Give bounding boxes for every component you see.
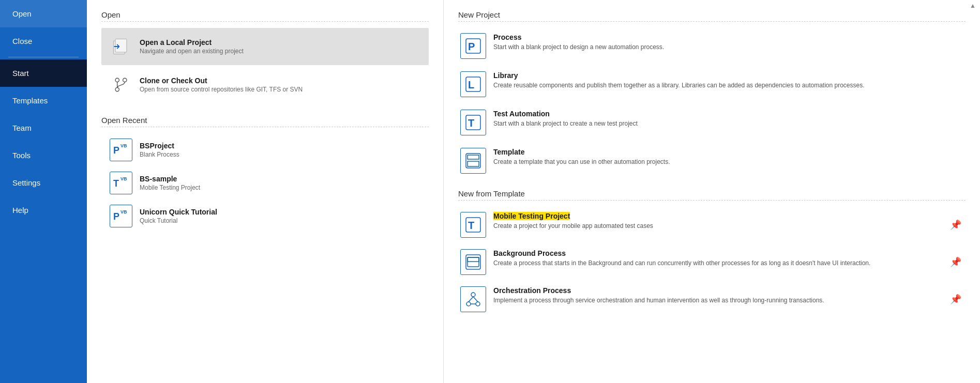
sidebar-item-settings[interactable]: Settings [0,169,87,196]
mobile-template-highlight: Mobile Testing Project [493,212,570,220]
process-desc: Start with a blank project to design a n… [493,43,664,52]
svg-text:VB: VB [120,143,127,148]
template-text: Template Create a template that you can … [493,148,670,166]
recent-item-unicorn[interactable]: P VB Unicorn Quick Tutorial Quick Tutori… [101,200,429,233]
sidebar-item-start[interactable]: Start [0,59,87,87]
process-text: Process Start with a blank project to de… [493,33,664,52]
test-automation-title: Test Automation [493,110,638,118]
sidebar-item-team[interactable]: Team [0,114,87,142]
template-item-background[interactable]: Background Process Create a process that… [458,244,966,280]
unicorn-text: Unicorn Quick Tutorial Quick Tutorial [140,208,217,224]
recent-item-bssample[interactable]: T VB BS-sample Mobile Testing Project [101,166,429,200]
background-template-text: Background Process Create a process that… [493,249,870,268]
background-template-title: Background Process [493,249,870,257]
bssample-name: BS-sample [140,175,200,183]
background-template-desc: Create a process that starts in the Back… [493,259,870,268]
sidebar-divider [8,57,79,57]
unicorn-desc: Quick Tutorial [140,217,217,224]
new-from-template-title: New from Template [458,189,966,201]
orchestration-template-text: Orchestration Process Implement a proces… [493,286,824,305]
mobile-template-desc: Create a project for your mobile app aut… [493,222,653,231]
process-title: Process [493,33,664,41]
sidebar: Open Close Start Templates Team Tools Se… [0,0,87,383]
library-text: Library Create reusable components and p… [493,71,865,90]
orchestration-template-icon [460,286,486,312]
test-automation-desc: Start with a blank project to create a n… [493,119,638,128]
clone-checkout-item[interactable]: Clone or Check Out Open from source cont… [101,66,429,103]
open-recent-title: Open Recent [101,116,429,127]
svg-text:T: T [468,117,474,129]
template-title: Template [493,148,670,156]
bssample-icon: T VB [110,172,132,194]
sidebar-item-help[interactable]: Help [0,196,87,224]
library-title: Library [493,71,865,80]
new-project-panel: New Project P Process Start with a blank… [444,0,980,383]
sidebar-item-tools[interactable]: Tools [0,142,87,169]
svg-text:P: P [113,145,119,156]
mobile-template-text: Mobile Testing Project Create a project … [493,212,653,231]
svg-rect-1 [115,39,127,52]
clone-subtitle: Open from source control repositories li… [140,86,303,93]
svg-text:VB: VB [120,209,127,215]
bssample-desc: Mobile Testing Project [140,184,200,191]
new-project-library[interactable]: L Library Create reusable components and… [458,66,966,102]
open-local-subtitle: Navigate and open an existing project [140,48,244,55]
pin-icon-background[interactable]: 📌 [950,256,961,268]
library-icon: L [460,71,486,97]
open-section-title: Open [101,10,429,22]
open-local-project-item[interactable]: Open a Local Project Navigate and open a… [101,28,429,65]
process-icon: P [460,33,486,59]
unicorn-icon: P VB [110,205,132,227]
svg-text:VB: VB [120,176,127,181]
library-desc: Create reusable components and publish t… [493,81,865,90]
svg-rect-23 [464,151,483,170]
new-project-title: New Project [458,10,966,22]
template-item-mobile[interactable]: T Mobile Testing Project Create a projec… [458,207,966,243]
test-automation-icon: T [460,110,486,135]
svg-text:P: P [113,211,119,222]
template-item-orchestration[interactable]: Orchestration Process Implement a proces… [458,281,966,317]
background-template-icon [460,249,486,275]
bsproject-icon: P VB [110,139,132,161]
svg-text:T: T [113,178,119,189]
pin-icon-mobile[interactable]: 📌 [950,219,961,231]
mobile-template-icon: T [460,212,486,238]
orchestration-template-desc: Implement a process through service orch… [493,296,824,305]
main-content: Open Open a Local Project Navigate and o… [87,0,980,383]
sidebar-item-close[interactable]: Close [0,27,87,55]
svg-text:L: L [468,79,474,90]
new-project-test-automation[interactable]: T Test Automation Start with a blank pro… [458,104,966,141]
clone-text: Clone or Check Out Open from source cont… [140,76,303,93]
svg-point-2 [115,78,119,82]
open-local-icon [110,35,132,58]
bsproject-name: BSProject [140,142,179,150]
svg-point-4 [115,87,119,91]
bsproject-text: BSProject Blank Process [140,142,179,158]
svg-text:P: P [468,41,475,52]
template-desc: Create a template that you can use in ot… [493,158,670,166]
new-project-template[interactable]: Template Create a template that you can … [458,143,966,179]
open-panel: Open Open a Local Project Navigate and o… [87,0,444,383]
test-automation-text: Test Automation Start with a blank proje… [493,110,638,128]
bsproject-desc: Blank Process [140,151,179,158]
unicorn-name: Unicorn Quick Tutorial [140,208,217,216]
scroll-up-arrow[interactable]: ▲ [970,2,976,9]
sidebar-item-templates[interactable]: Templates [0,87,87,114]
bssample-text: BS-sample Mobile Testing Project [140,175,200,191]
sidebar-item-open[interactable]: Open [0,0,87,27]
svg-point-3 [123,78,127,82]
pin-icon-orchestration[interactable]: 📌 [950,294,961,305]
new-project-process[interactable]: P Process Start with a blank project to … [458,28,966,64]
recent-item-bsproject[interactable]: P VB BSProject Blank Process [101,133,429,166]
template-icon [460,148,486,174]
open-local-title: Open a Local Project [140,38,244,47]
clone-title: Clone or Check Out [140,76,303,85]
open-local-text: Open a Local Project Navigate and open a… [140,38,244,55]
svg-rect-30 [464,253,483,271]
svg-text:T: T [468,220,474,231]
clone-icon [110,73,132,96]
orchestration-template-title: Orchestration Process [493,286,824,295]
mobile-template-title: Mobile Testing Project [493,212,653,220]
